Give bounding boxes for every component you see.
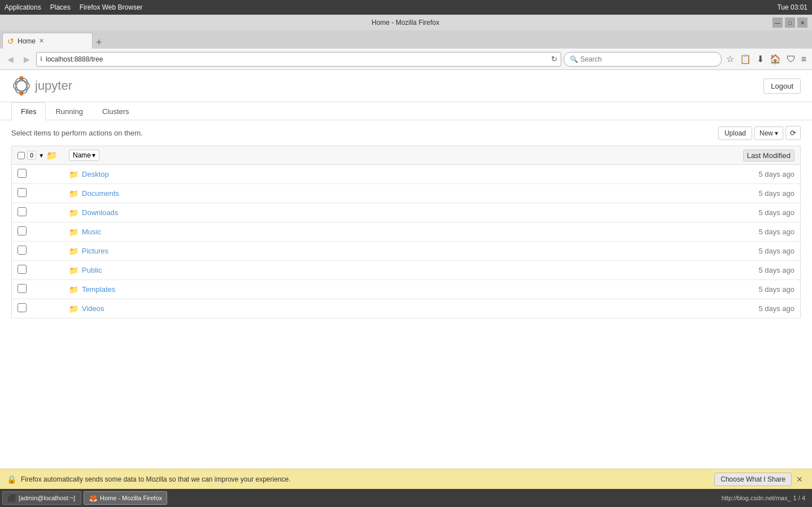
folder-icon: 📁 <box>69 266 78 275</box>
os-topbar-left: Applications Places Firefox Web Browser <box>5 3 143 11</box>
table-row: 📁 Pictures 5 days ago <box>12 242 801 261</box>
new-tab-button[interactable]: + <box>93 37 106 49</box>
row-name-cell: 📁 Downloads <box>63 203 710 222</box>
select-info: Select items to perform actions on them. <box>11 129 143 137</box>
row-checkbox[interactable] <box>18 207 27 216</box>
folder-icon: 📁 <box>69 170 78 179</box>
tab-label: Home <box>18 37 36 45</box>
header-name-col: Name ▾ <box>63 146 710 165</box>
name-sort-label: Name <box>73 151 91 159</box>
tab-files[interactable]: Files <box>11 102 46 120</box>
row-name-cell: 📁 Music <box>63 222 710 242</box>
table-row: 📁 Documents 5 days ago <box>12 184 801 203</box>
system-time: Tue 03:01 <box>777 3 807 11</box>
file-table-body: 📁 Desktop 5 days ago 📁 Documents 5 days … <box>12 165 801 318</box>
folder-icon: 📁 <box>69 285 78 294</box>
menu-button[interactable]: ≡ <box>799 53 809 65</box>
search-input[interactable] <box>580 55 715 63</box>
taskbar-url: http://blog.csdn.net/max_ <box>722 495 791 501</box>
file-link[interactable]: Music <box>82 228 101 236</box>
maximize-button[interactable]: □ <box>785 18 795 28</box>
row-time-cell: 5 days ago <box>710 222 801 242</box>
status-close-button[interactable]: ✕ <box>794 475 805 484</box>
terminal-icon: ⬛ <box>7 494 16 502</box>
row-time-cell: 5 days ago <box>710 165 801 184</box>
select-all-checkbox[interactable] <box>18 152 25 159</box>
os-topbar-right: Tue 03:01 <box>777 3 807 11</box>
header-folder-icon: 📁 <box>46 150 58 161</box>
upload-button[interactable]: Upload <box>718 126 752 140</box>
tab-loading-icon: ↺ <box>7 37 14 46</box>
terminal-label: [admin@localhost:~] <box>19 495 75 501</box>
table-row: 📁 Templates 5 days ago <box>12 280 801 299</box>
jupyter-tabs: Files Running Clusters <box>0 102 812 120</box>
tab-close-button[interactable]: ✕ <box>39 37 44 45</box>
jupyter-logo: jupyter <box>11 76 72 96</box>
taskbar-pager: 1 / 4 <box>793 495 805 501</box>
file-link[interactable]: Documents <box>82 189 119 198</box>
file-link[interactable]: Downloads <box>82 208 118 217</box>
shield-button[interactable]: 🛡 <box>784 53 798 65</box>
downloads-button[interactable]: ⬇ <box>754 53 766 65</box>
jupyter-logo-icon <box>11 76 32 96</box>
count-badge: 0 <box>27 151 36 160</box>
reload-button[interactable]: ↻ <box>551 55 557 63</box>
table-row: 📁 Public 5 days ago <box>12 261 801 280</box>
browser-taskbar-label: Home - Mozilla Firefox <box>100 495 162 501</box>
row-check-cell <box>12 242 64 261</box>
row-checkbox[interactable] <box>18 284 27 293</box>
minimize-button[interactable]: — <box>772 18 783 28</box>
last-modified-header: Last Modified <box>743 150 794 161</box>
url-info-icon: ℹ <box>40 55 42 63</box>
applications-menu[interactable]: Applications <box>5 3 41 11</box>
row-name-cell: 📁 Desktop <box>63 165 710 184</box>
name-sort-button[interactable]: Name ▾ <box>69 150 99 161</box>
back-button[interactable]: ◀ <box>3 53 18 66</box>
nav-icons: ☆ 📋 ⬇ 🏠 🛡 ≡ <box>724 53 809 65</box>
window-controls: — □ ✕ <box>772 18 807 28</box>
url-bar[interactable]: ℹ localhost:8888/tree ↻ <box>36 52 561 67</box>
row-check-cell <box>12 280 64 299</box>
tab-running[interactable]: Running <box>46 102 92 120</box>
row-name-cell: 📁 Public <box>63 261 710 280</box>
row-checkbox[interactable] <box>18 169 27 178</box>
row-name-cell: 📁 Documents <box>63 184 710 203</box>
file-link[interactable]: Pictures <box>82 247 108 255</box>
browser-content: jupyter Logout Files Running Clusters Se… <box>0 70 812 469</box>
home-button[interactable]: 🏠 <box>767 53 783 65</box>
row-check-cell <box>12 261 64 280</box>
tab-clusters[interactable]: Clusters <box>93 102 139 120</box>
forward-button[interactable]: ▶ <box>20 53 34 66</box>
places-menu[interactable]: Places <box>50 3 71 11</box>
row-checkbox[interactable] <box>18 246 27 255</box>
row-checkbox[interactable] <box>18 188 27 197</box>
file-link[interactable]: Templates <box>82 285 115 294</box>
row-time-cell: 5 days ago <box>710 203 801 222</box>
browser-menu[interactable]: Firefox Web Browser <box>80 3 143 11</box>
row-checkbox[interactable] <box>18 226 27 235</box>
file-link[interactable]: Desktop <box>82 170 109 178</box>
search-bar[interactable]: 🔍 <box>564 52 722 67</box>
bookmark-list-button[interactable]: 📋 <box>737 53 753 65</box>
folder-icon: 📁 <box>69 189 78 198</box>
file-link[interactable]: Videos <box>82 304 104 313</box>
file-link[interactable]: Public <box>82 266 102 274</box>
count-dropdown-icon[interactable]: ▼ <box>38 152 44 159</box>
new-button[interactable]: New ▾ <box>754 126 783 140</box>
bookmark-star-button[interactable]: ☆ <box>724 53 736 65</box>
row-time-cell: 5 days ago <box>710 184 801 203</box>
row-checkbox[interactable] <box>18 265 27 274</box>
taskbar-terminal[interactable]: ⬛ [admin@localhost:~] <box>2 491 81 505</box>
status-text: 🔒 Firefox automatically sends some data … <box>7 475 291 484</box>
logout-button[interactable]: Logout <box>763 78 801 94</box>
search-icon: 🔍 <box>570 55 578 63</box>
row-check-cell <box>12 203 64 222</box>
nav-bar: ◀ ▶ ℹ localhost:8888/tree ↻ 🔍 ☆ 📋 ⬇ 🏠 🛡 … <box>0 49 812 70</box>
taskbar-browser[interactable]: 🦊 Home - Mozilla Firefox <box>84 491 167 505</box>
row-checkbox[interactable] <box>18 303 27 312</box>
choose-share-button[interactable]: Choose What I Share <box>714 473 792 486</box>
browser-tab-home[interactable]: ↺ Home ✕ <box>2 33 93 49</box>
refresh-button[interactable]: ⟳ <box>785 126 801 140</box>
browser-titlebar: Home - Mozilla Firefox — □ ✕ <box>0 15 812 30</box>
close-button[interactable]: ✕ <box>797 18 807 28</box>
